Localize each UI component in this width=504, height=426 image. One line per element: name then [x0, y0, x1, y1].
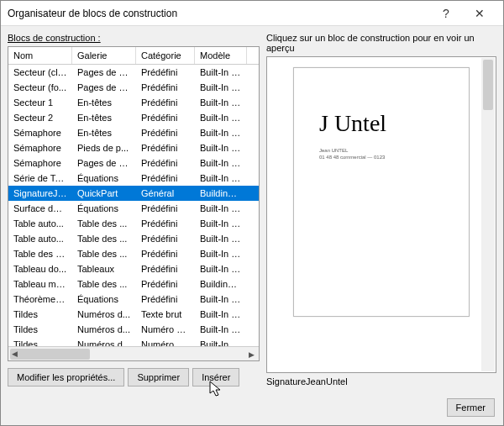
table-cell: Built-In B... — [195, 157, 247, 169]
table-cell: Built-In B... — [195, 112, 247, 124]
table-cell: Built-In B... — [195, 339, 247, 346]
table-cell: Built-In B... — [195, 308, 247, 320]
table-header: Nom Galerie Catégorie Modèle — [8, 47, 259, 65]
insert-button[interactable]: Insérer — [192, 368, 239, 387]
close-dialog-button[interactable]: Fermer — [447, 398, 495, 417]
scroll-left-icon[interactable]: ◀ — [8, 347, 21, 360]
preview-scroll-thumb[interactable] — [483, 60, 493, 110]
signature-text: J Untel — [319, 110, 444, 137]
scroll-right-icon[interactable]: ▶ — [244, 347, 259, 361]
dialog: Organisateur de blocs de construction ? … — [0, 0, 504, 426]
table-row[interactable]: Secteur (fo...Pages de g...PrédéfiniBuil… — [8, 80, 259, 95]
table-cell: Built-In B... — [195, 66, 247, 78]
table-cell: Numéros d... — [72, 339, 136, 346]
table-row[interactable]: Surface du ...ÉquationsPrédéfiniBuilt-In… — [8, 201, 259, 216]
list-label: Blocs de construction : — [8, 33, 260, 43]
table-cell: Équations — [72, 202, 136, 214]
titlebar: Organisateur de blocs de construction ? … — [1, 1, 503, 26]
scroll-thumb[interactable] — [10, 349, 90, 360]
table-cell: Prédéfini — [136, 127, 195, 139]
table-row[interactable]: SémaphorePieds de p...PrédéfiniBuilt-In … — [8, 140, 259, 155]
table-cell: Prédéfini — [136, 202, 195, 214]
table-cell: Tildes — [8, 308, 72, 320]
table-cell: Pages de g... — [72, 66, 136, 78]
table-row[interactable]: Secteur 1En-têtesPrédéfiniBuilt-In B... — [8, 95, 259, 110]
table-row[interactable]: Secteur (clair)Pages de g...PrédéfiniBui… — [8, 65, 259, 80]
building-blocks-table: Nom Galerie Catégorie Modèle Secteur (cl… — [8, 46, 260, 361]
table-cell: Prédéfini — [136, 293, 195, 305]
table-row[interactable]: TildesNuméros d...Numéro nor...Built-In … — [8, 337, 259, 346]
table-cell: Building ... — [195, 187, 247, 199]
table-row[interactable]: Secteur 2En-têtesPrédéfiniBuilt-In B... — [8, 110, 259, 125]
table-cell: Numéro nor... — [136, 323, 195, 335]
table-row[interactable]: SignatureJe...QuickPartGénéralBuilding .… — [8, 186, 259, 201]
footer: Fermer — [1, 393, 503, 425]
table-cell: Numéro nor... — [136, 339, 195, 346]
horizontal-scrollbar[interactable]: ▶ ◀ — [8, 346, 259, 360]
table-row[interactable]: Tableau do...TableauxPrédéfiniBuilt-In B… — [8, 261, 259, 276]
table-cell: Built-In B... — [195, 202, 247, 214]
table-cell: Built-In B... — [195, 248, 247, 260]
table-cell: Prédéfini — [136, 248, 195, 260]
table-cell: Built-In B... — [195, 323, 247, 335]
close-button[interactable]: ✕ — [463, 2, 496, 25]
table-cell: Building ... — [195, 278, 247, 290]
table-cell: Prédéfini — [136, 97, 195, 108]
preview-page: J Untel Jean UNTEL 01 48 48 commercial —… — [293, 67, 470, 317]
table-cell: Général — [136, 187, 195, 199]
table-cell: Table des ... — [72, 218, 136, 229]
signature-meta: Jean UNTEL 01 48 48 commercial — 0123 — [319, 147, 444, 161]
col-gallery[interactable]: Galerie — [72, 47, 136, 64]
help-button[interactable]: ? — [429, 2, 463, 25]
preview-scrollbar[interactable] — [481, 58, 495, 371]
table-cell: Prédéfini — [136, 142, 195, 154]
table-row[interactable]: Table auto...Table des ...PrédéfiniBuilt… — [8, 231, 259, 246]
table-cell: Prédéfini — [136, 172, 195, 184]
table-cell: Tableaux — [72, 263, 136, 275]
preview-item-name: SignatureJeanUntel — [266, 376, 496, 387]
table-row[interactable]: Tableau ma...Table des ...PrédéfiniBuild… — [8, 276, 259, 292]
table-body[interactable]: Secteur (clair)Pages de g...PrédéfiniBui… — [8, 65, 259, 346]
table-cell: Pages de g... — [72, 157, 136, 169]
window-title: Organisateur de blocs de construction — [8, 8, 429, 19]
action-buttons: Modifier les propriétés... Supprimer Ins… — [8, 368, 260, 387]
table-cell: Texte brut — [136, 308, 195, 320]
table-cell: Table des ... — [72, 248, 136, 260]
table-cell: Prédéfini — [136, 263, 195, 275]
table-row[interactable]: Table des m...Table des ...PrédéfiniBuil… — [8, 246, 259, 261]
table-cell: Prédéfini — [136, 112, 195, 124]
table-row[interactable]: Théorème d...ÉquationsPrédéfiniBuilt-In … — [8, 292, 259, 307]
table-cell: Built-In B... — [195, 218, 247, 229]
table-cell: Série de Ta... — [8, 172, 72, 184]
table-cell: Built-In B... — [195, 127, 247, 139]
table-row[interactable]: Table auto...Table des ...PrédéfiniBuilt… — [8, 216, 259, 231]
table-cell: Équations — [72, 172, 136, 184]
table-cell: Table auto... — [8, 218, 72, 229]
table-cell: Built-In B... — [195, 263, 247, 275]
col-category[interactable]: Catégorie — [136, 47, 195, 64]
table-row[interactable]: TildesNuméros d...Texte brutBuilt-In B..… — [8, 307, 259, 322]
table-cell: Built-In B... — [195, 293, 247, 305]
edit-properties-button[interactable]: Modifier les propriétés... — [8, 368, 124, 387]
table-cell: Built-In B... — [195, 172, 247, 184]
table-row[interactable]: SémaphorePages de g...PrédéfiniBuilt-In … — [8, 155, 259, 171]
table-cell: En-têtes — [72, 97, 136, 108]
table-cell: Table des m... — [8, 248, 72, 260]
table-cell: Prédéfini — [136, 157, 195, 169]
table-cell: Prédéfini — [136, 82, 195, 93]
table-cell: Pieds de p... — [72, 142, 136, 154]
table-row[interactable]: TildesNuméros d...Numéro nor...Built-In … — [8, 322, 259, 337]
preview-label: Cliquez sur un bloc de construction pour… — [266, 33, 496, 53]
table-cell: Tildes — [8, 323, 72, 335]
table-cell: Secteur 1 — [8, 97, 72, 108]
left-panel: Blocs de construction : Nom Galerie Caté… — [8, 33, 260, 387]
table-cell: Équations — [72, 293, 136, 305]
table-cell: En-têtes — [72, 127, 136, 139]
col-template[interactable]: Modèle — [195, 47, 247, 64]
table-cell: Tildes — [8, 339, 72, 346]
delete-button[interactable]: Supprimer — [128, 368, 189, 387]
table-row[interactable]: Série de Ta...ÉquationsPrédéfiniBuilt-In… — [8, 171, 259, 186]
col-name[interactable]: Nom — [8, 47, 72, 64]
table-row[interactable]: SémaphoreEn-têtesPrédéfiniBuilt-In B... — [8, 125, 259, 140]
table-cell: En-têtes — [72, 112, 136, 124]
